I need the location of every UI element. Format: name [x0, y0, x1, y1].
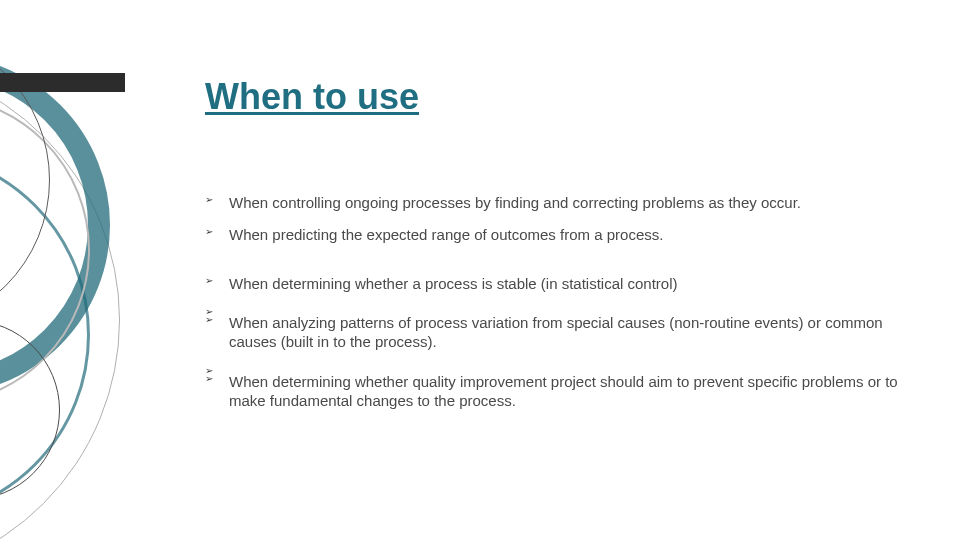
chevron-right-icon: ➢	[205, 315, 213, 325]
accent-bar	[0, 73, 125, 92]
list-item: ➢ When determining whether quality impro…	[205, 373, 900, 411]
bullet-text: When analyzing patterns of process varia…	[229, 314, 883, 350]
slide-title: When to use	[205, 76, 910, 118]
bullet-text: When predicting the expected range of ou…	[229, 226, 663, 243]
chevron-right-icon: ➢	[205, 195, 213, 205]
list-item: ➢ When determining whether a process is …	[205, 275, 900, 294]
bullet-text: When determining whether quality improve…	[229, 373, 898, 409]
list-item: ➢ When analyzing patterns of process var…	[205, 314, 900, 352]
list-item: ➢	[205, 365, 900, 373]
list-item: ➢	[205, 306, 900, 314]
slide: When to use ➢ When controlling ongoing p…	[0, 0, 960, 540]
bullet-text: When controlling ongoing processes by fi…	[229, 194, 801, 211]
chevron-right-icon: ➢	[205, 374, 213, 384]
chevron-right-icon: ➢	[205, 276, 213, 286]
chevron-right-icon: ➢	[205, 227, 213, 237]
list-item: ➢ When controlling ongoing processes by …	[205, 194, 900, 213]
bullet-text: When determining whether a process is st…	[229, 275, 678, 292]
content-area: When to use ➢ When controlling ongoing p…	[205, 76, 910, 423]
bullet-list: ➢ When controlling ongoing processes by …	[205, 194, 910, 410]
list-item: ➢ When predicting the expected range of …	[205, 226, 900, 245]
